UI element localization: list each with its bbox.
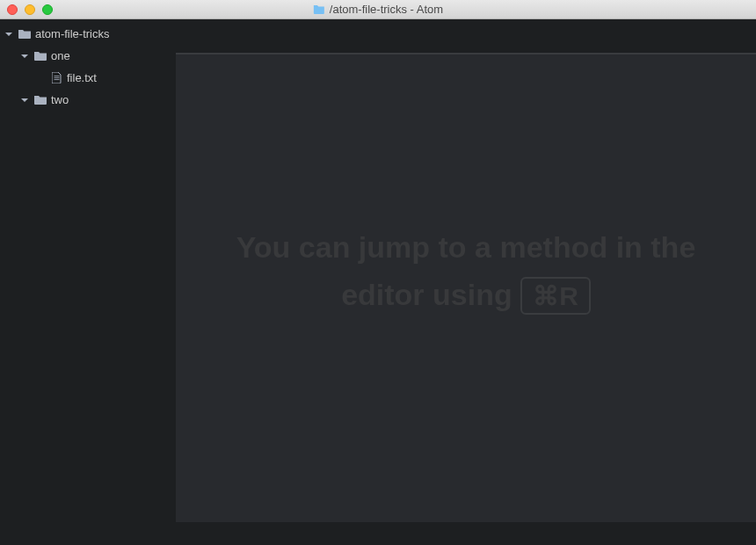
titlebar: /atom-file-tricks - Atom xyxy=(0,0,756,19)
tree-item-label: two xyxy=(51,93,69,106)
editor-content[interactable]: You can jump to a method in the editor u… xyxy=(176,54,756,522)
tree-root-label: atom-file-tricks xyxy=(35,27,110,40)
tree-view[interactable]: atom-file-tricks one file.txt xyxy=(0,19,176,545)
minimize-button[interactable] xyxy=(25,4,35,15)
titlebar-title: /atom-file-tricks - Atom xyxy=(330,3,443,16)
tab-bar[interactable] xyxy=(176,19,756,54)
folder-icon xyxy=(33,51,48,61)
editor-hint: You can jump to a method in the editor u… xyxy=(176,223,756,319)
tree-folder-two[interactable]: two xyxy=(0,89,176,111)
folder-icon xyxy=(33,95,48,105)
tree-item-label: file.txt xyxy=(67,71,97,84)
chevron-down-icon xyxy=(4,31,14,38)
close-button[interactable] xyxy=(7,4,18,15)
keyboard-shortcut: ⌘R xyxy=(520,277,591,315)
titlebar-title-wrap: /atom-file-tricks - Atom xyxy=(313,3,443,16)
file-icon xyxy=(48,72,64,84)
workspace: atom-file-tricks one file.txt xyxy=(0,19,756,545)
tree-file-file-txt[interactable]: file.txt xyxy=(0,67,176,89)
folder-icon xyxy=(313,4,325,14)
tree-root[interactable]: atom-file-tricks xyxy=(0,23,176,45)
maximize-button[interactable] xyxy=(42,4,53,15)
window-controls xyxy=(0,4,53,15)
editor-area: You can jump to a method in the editor u… xyxy=(176,19,756,545)
chevron-down-icon xyxy=(19,53,30,60)
chevron-down-icon xyxy=(19,97,30,104)
status-bar xyxy=(176,522,756,545)
folder-icon xyxy=(17,29,33,39)
tree-item-label: one xyxy=(51,49,70,62)
tree-folder-one[interactable]: one xyxy=(0,45,176,67)
hint-prefix: You can jump to a method in the editor u… xyxy=(236,230,696,311)
